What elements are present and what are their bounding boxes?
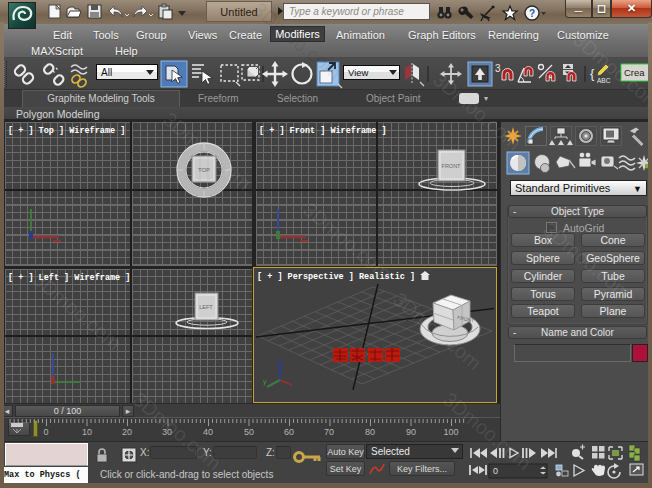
svg-text:20: 20 bbox=[122, 427, 132, 437]
svg-text:70: 70 bbox=[324, 427, 334, 437]
svg-text:3: 3 bbox=[495, 63, 501, 74]
svg-text:LEFT: LEFT bbox=[199, 304, 213, 310]
svg-text:0: 0 bbox=[493, 466, 498, 476]
svg-text:View: View bbox=[348, 67, 369, 78]
svg-text:60: 60 bbox=[284, 427, 294, 437]
svg-text:100: 100 bbox=[443, 427, 458, 437]
svg-text:{: { bbox=[590, 66, 595, 81]
svg-text:FRONT: FRONT bbox=[442, 163, 462, 169]
svg-text:Crea: Crea bbox=[624, 67, 645, 78]
svg-text:TOP: TOP bbox=[198, 167, 210, 173]
svg-text:80: 80 bbox=[365, 427, 375, 437]
svg-text:?: ? bbox=[529, 8, 535, 19]
svg-text:All: All bbox=[101, 67, 112, 78]
svg-text:50: 50 bbox=[244, 427, 254, 437]
svg-text:y: y bbox=[263, 378, 267, 386]
svg-text:30: 30 bbox=[162, 427, 172, 437]
svg-text:10: 10 bbox=[82, 427, 92, 437]
svg-text:0: 0 bbox=[43, 427, 48, 437]
svg-text:40: 40 bbox=[203, 427, 213, 437]
svg-text:ABC: ABC bbox=[597, 77, 611, 84]
svg-text:90: 90 bbox=[406, 427, 416, 437]
